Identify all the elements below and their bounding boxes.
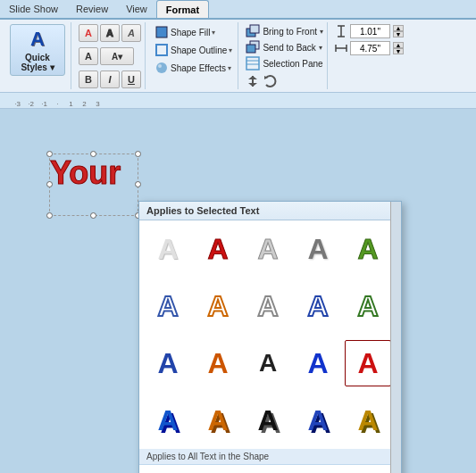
- tab-format[interactable]: Format: [156, 0, 209, 18]
- wordart-style-11[interactable]: A: [145, 340, 191, 386]
- tab-slideshow[interactable]: Slide Show: [0, 0, 67, 18]
- popup-header: Applies to Selected Text: [139, 202, 401, 220]
- popup-section2-label: Applies to All Text in the Shape: [139, 449, 401, 465]
- popup-grid-s2-row1: A A A A A: [139, 465, 401, 473]
- width-icon: [335, 42, 347, 54]
- wordart-style-16[interactable]: A: [145, 397, 191, 444]
- wordart-style-1[interactable]: A: [145, 226, 191, 272]
- handle-bot-left[interactable]: [46, 212, 53, 219]
- shape-effects-button[interactable]: Shape Effects ▾: [153, 60, 234, 76]
- ruler: ·3 ·2 ·1 · 1 2 3: [0, 93, 476, 109]
- popup-scrollbar[interactable]: [390, 202, 401, 473]
- svg-rect-5: [250, 25, 259, 33]
- wordart-style-9[interactable]: A: [295, 283, 341, 329]
- wordart-popup: Applies to Selected Text A A A A A A A A…: [138, 201, 402, 473]
- width-up-button[interactable]: ▲: [393, 42, 404, 48]
- width-spinner[interactable]: ▲ ▼: [393, 42, 404, 54]
- handle-top-left[interactable]: [46, 151, 53, 157]
- text-effects-button[interactable]: A: [121, 24, 141, 42]
- shape-fill-icon: [154, 25, 169, 39]
- width-input[interactable]: [350, 41, 390, 55]
- popup-grid-row3: A A A A A: [139, 335, 401, 392]
- text-fill-button[interactable]: A: [79, 24, 98, 42]
- wordart-style-6[interactable]: A: [145, 283, 191, 329]
- align-distribute-row: [246, 74, 323, 88]
- main-content: Your Applies to Selected Text A A A A A …: [0, 109, 476, 473]
- wordart-style-14[interactable]: A: [295, 340, 341, 386]
- wordart-style-12[interactable]: A: [195, 340, 241, 386]
- height-spinner[interactable]: ▲ ▼: [393, 25, 404, 37]
- svg-marker-13: [248, 83, 257, 87]
- send-to-back-button[interactable]: Send to Back ▾: [246, 40, 323, 54]
- arrange-section: Bring to Front ▾ Send to Back ▾ Selectio…: [242, 22, 328, 89]
- svg-rect-0: [156, 27, 167, 37]
- wordart-text: Your: [50, 154, 121, 191]
- handle-mid-right[interactable]: [135, 181, 141, 187]
- font-highlight-button[interactable]: A▾: [100, 47, 134, 65]
- height-input[interactable]: [350, 24, 390, 38]
- wordart-style-17[interactable]: A: [195, 397, 241, 444]
- shape-effects-icon: [154, 61, 169, 75]
- handle-mid-left[interactable]: [46, 181, 53, 187]
- wordart-style-19[interactable]: A: [295, 397, 341, 444]
- shape-outline-icon: [154, 43, 169, 57]
- shape-effects-arrow: ▾: [228, 64, 231, 72]
- text-outline-button[interactable]: A: [100, 24, 120, 42]
- selection-pane-button[interactable]: Selection Pane: [246, 56, 323, 71]
- svg-rect-1: [156, 45, 167, 55]
- svg-rect-7: [246, 45, 255, 53]
- quick-styles-icon: A: [30, 28, 45, 51]
- align-icon[interactable]: [246, 74, 260, 88]
- svg-marker-12: [248, 76, 257, 79]
- handle-top-mid[interactable]: [90, 151, 96, 157]
- quick-styles-label: QuickStyles ▾: [21, 53, 54, 72]
- wordart-object[interactable]: Your: [49, 154, 138, 216]
- quick-styles-button[interactable]: A QuickStyles ▾: [10, 24, 65, 76]
- width-down-button[interactable]: ▼: [393, 48, 404, 54]
- shape-outline-button[interactable]: Shape Outline ▾: [153, 42, 234, 58]
- bring-to-front-icon: [246, 24, 260, 38]
- send-to-back-icon: [246, 40, 260, 54]
- height-up-button[interactable]: ▲: [393, 25, 404, 31]
- handle-bot-mid[interactable]: [90, 212, 96, 219]
- height-icon: [335, 25, 347, 37]
- font-color-button[interactable]: A: [79, 47, 98, 65]
- rotate-icon[interactable]: [263, 74, 277, 88]
- wordart-style-2[interactable]: A: [195, 226, 241, 272]
- wordart-style-3[interactable]: A: [245, 226, 291, 272]
- bring-to-front-arrow: ▾: [320, 28, 323, 36]
- shape-tools-section: Shape Fill ▾ Shape Outline ▾ Shape Effec…: [149, 22, 238, 89]
- handle-top-right[interactable]: [135, 151, 141, 157]
- popup-grid-row1: A A A A A: [139, 220, 401, 278]
- send-to-back-arrow: ▾: [319, 44, 322, 52]
- text-effects-section: A A A A A▾ B I U: [75, 22, 146, 89]
- wordart-style-7[interactable]: A: [195, 283, 241, 329]
- wordart-style-4[interactable]: A: [295, 226, 341, 272]
- popup-grid-row2: A A A A A: [139, 278, 401, 335]
- height-row: ▲ ▼: [335, 24, 404, 38]
- ribbon-bar: A QuickStyles ▾ A A A A A▾ B I U Shape F…: [0, 20, 476, 93]
- wordart-style-10[interactable]: A: [345, 283, 391, 329]
- bold-button[interactable]: B: [79, 71, 98, 88]
- wordart-style-5[interactable]: A: [345, 226, 391, 272]
- selection-pane-icon: [246, 56, 260, 71]
- shape-outline-arrow: ▾: [229, 46, 232, 54]
- underline-button[interactable]: U: [121, 71, 141, 88]
- ruler-marks: ·3 ·2 ·1 · 1 2 3: [2, 100, 104, 108]
- popup-grid-row4: A A A A A: [139, 392, 401, 449]
- wordart-style-15[interactable]: A: [345, 340, 391, 386]
- shape-fill-arrow: ▾: [212, 29, 215, 37]
- quick-styles-section: A QuickStyles ▾: [4, 22, 71, 89]
- wordart-style-8[interactable]: A: [245, 283, 291, 329]
- ribbon-tabs: Slide Show Review View Format: [0, 0, 476, 20]
- height-down-button[interactable]: ▼: [393, 31, 404, 37]
- tab-view[interactable]: View: [117, 0, 156, 18]
- size-section: ▲ ▼ ▲ ▼: [331, 22, 407, 89]
- wordart-style-18[interactable]: A: [245, 397, 291, 444]
- tab-review[interactable]: Review: [67, 0, 117, 18]
- wordart-style-13[interactable]: A: [245, 340, 291, 386]
- bring-to-front-button[interactable]: Bring to Front ▾: [246, 24, 323, 38]
- shape-fill-button[interactable]: Shape Fill ▾: [153, 24, 234, 40]
- italic-button[interactable]: I: [100, 71, 120, 88]
- wordart-style-20[interactable]: A: [345, 397, 391, 444]
